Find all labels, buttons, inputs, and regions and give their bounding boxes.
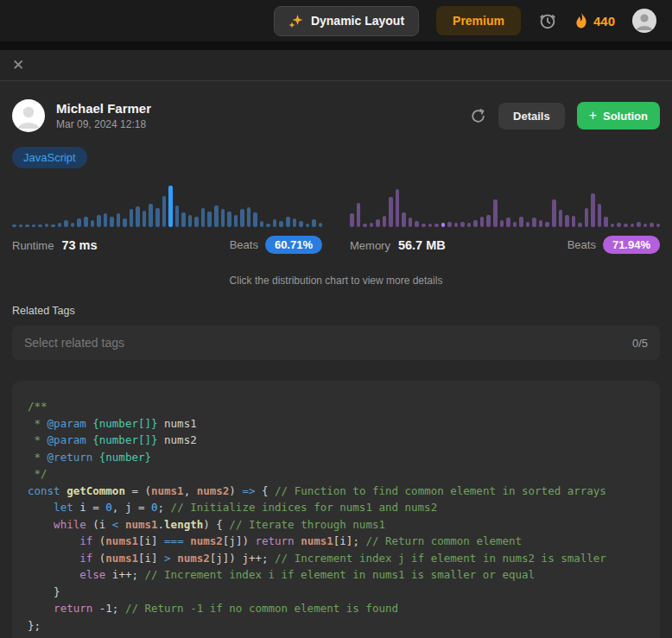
refresh-icon[interactable]: [470, 108, 486, 124]
histogram-bar: [572, 216, 576, 227]
histogram-bar: [162, 196, 167, 227]
submission-panel: Michael Farmer Mar 09, 2024 12:18 Detail…: [0, 99, 672, 638]
code-line: /**: [28, 398, 644, 415]
histogram-bar: [51, 224, 55, 227]
memory-beats-badge: 71.94%: [603, 236, 660, 254]
histogram-bar: [631, 224, 635, 227]
related-tags-input[interactable]: [24, 336, 622, 350]
nav-avatar[interactable]: [632, 9, 656, 33]
memory-distribution-chart[interactable]: [350, 186, 660, 227]
histogram-bar: [19, 224, 23, 227]
histogram-bar: [155, 208, 160, 227]
histogram-bar: [12, 224, 16, 227]
runtime-label: Runtime: [12, 239, 54, 252]
code-line: return -1; // Return -1 if no common ele…: [28, 600, 644, 617]
histogram-bar: [110, 217, 114, 227]
histogram-bar: [415, 221, 419, 227]
timer-icon[interactable]: [538, 11, 557, 30]
histogram-bar: [434, 224, 439, 227]
submission-timestamp: Mar 09, 2024 12:18: [56, 118, 151, 130]
histogram-bar: [591, 193, 595, 227]
panel-header: ✕: [0, 50, 672, 81]
user-avatar[interactable]: [12, 99, 45, 132]
histogram-bar: [441, 223, 446, 227]
histogram-bar: [273, 219, 277, 227]
code-line: };: [28, 617, 644, 635]
histogram-bar: [428, 224, 433, 227]
histogram-bar: [552, 199, 556, 227]
code-line: if (nums1[i] > nums2[j]) j++; // Increme…: [28, 550, 644, 567]
code-line: while (i < nums1.length) { // Iterate th…: [28, 516, 644, 534]
histogram-bar: [25, 224, 29, 227]
dynamic-layout-label: Dynamic Layout: [311, 14, 404, 28]
histogram-bar: [240, 209, 244, 227]
code-line: * @param {number[]} nums2: [28, 432, 644, 449]
code-block[interactable]: /** * @param {number[]} nums1 * @param {…: [12, 381, 660, 638]
histogram-bar: [585, 208, 589, 227]
histogram-bar: [253, 212, 257, 227]
histogram-bar: [637, 222, 641, 227]
runtime-value: 73 ms: [61, 238, 97, 252]
histogram-bar: [45, 224, 49, 227]
histogram-bar: [312, 219, 316, 227]
sparkles-icon: [288, 14, 303, 28]
top-navbar: Dynamic Layout Premium 440: [0, 0, 672, 41]
histogram-bar: [500, 220, 504, 227]
runtime-distribution-chart[interactable]: [12, 186, 322, 227]
histogram-bar: [319, 223, 323, 227]
histogram-bar: [136, 206, 140, 227]
histogram-bar: [286, 217, 290, 227]
premium-button[interactable]: Premium: [436, 6, 521, 35]
memory-beats-label: Beats: [567, 238, 596, 251]
histogram-bar: [532, 218, 536, 227]
memory-value: 56.7 MB: [398, 238, 446, 252]
close-icon[interactable]: ✕: [12, 58, 24, 73]
histogram-bar: [266, 224, 270, 227]
details-button[interactable]: Details: [498, 103, 565, 129]
histogram-bar: [467, 223, 472, 227]
histogram-bar: [221, 209, 225, 227]
user-name[interactable]: Michael Farmer: [56, 101, 151, 116]
histogram-bar: [207, 212, 212, 227]
histogram-bar: [188, 215, 193, 227]
code-line: const getCommon = (nums1, nums2) => { //…: [28, 483, 644, 500]
histogram-bar: [234, 215, 238, 227]
histogram-bar: [559, 210, 563, 227]
related-tags-field[interactable]: 0/5: [12, 325, 660, 360]
histogram-bar: [130, 209, 134, 227]
histogram-bar: [350, 213, 354, 227]
histogram-bar: [175, 205, 180, 227]
runtime-beats-label: Beats: [230, 238, 258, 251]
histogram-bar: [402, 212, 406, 227]
submission-header: Michael Farmer Mar 09, 2024 12:18 Detail…: [12, 99, 660, 132]
histogram-bar: [656, 224, 661, 227]
histogram-bar: [363, 224, 367, 227]
histogram-bar: [370, 223, 374, 227]
histogram-bar: [84, 217, 88, 227]
language-tag[interactable]: JavaScript: [12, 147, 87, 168]
histogram-bar: [383, 216, 387, 227]
histogram-bar: [545, 222, 549, 227]
solution-label: Solution: [603, 110, 648, 123]
histogram-bar: [604, 217, 608, 227]
code-line: let i = 0, j = 0; // Initialize indices …: [28, 499, 644, 516]
runtime-beats-badge: 60.71%: [265, 236, 322, 254]
histogram-bar: [460, 222, 465, 227]
histogram-bar: [473, 220, 478, 227]
histogram-bar: [643, 224, 648, 227]
histogram-bar: [409, 218, 413, 227]
histogram-bar: [376, 219, 380, 227]
histogram-bar: [71, 223, 75, 227]
histogram-bar: [396, 189, 400, 227]
code-line: * @return {number}: [28, 449, 644, 466]
streak-counter[interactable]: 440: [574, 12, 615, 29]
histogram-bar: [519, 217, 523, 227]
histogram-bar: [181, 212, 186, 227]
histogram-bar: [194, 217, 199, 227]
histogram-bar: [486, 215, 491, 227]
histogram-bar: [617, 223, 621, 227]
solution-button[interactable]: + Solution: [577, 102, 660, 129]
distribution-charts: Runtime 73 ms Beats 60.71% Memory 56.7 M…: [12, 186, 660, 254]
dynamic-layout-button[interactable]: Dynamic Layout: [274, 6, 419, 36]
histogram-bar: [77, 218, 81, 227]
